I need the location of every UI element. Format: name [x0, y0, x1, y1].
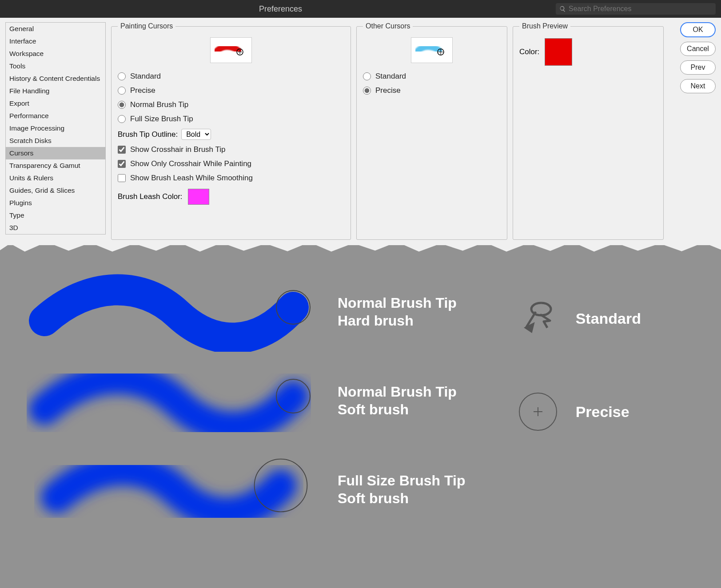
- painting-radio-label: Full Size Brush Tip: [130, 115, 193, 123]
- other-radio-precise[interactable]: [363, 87, 371, 95]
- other-radio-standard[interactable]: [363, 72, 371, 80]
- painting-radio-normal-brush-tip[interactable]: [118, 101, 126, 109]
- other-cursors-group: Other Cursors StandardPrecise: [356, 22, 507, 240]
- preview-color-label: Color:: [519, 48, 539, 56]
- stroke-soft-normal: [27, 361, 311, 441]
- demo-label-1: Normal Brush TipSoft brush: [338, 383, 457, 418]
- other-radio-label: Standard: [375, 72, 406, 81]
- titlebar: Preferences: [0, 0, 721, 18]
- sidebar-item-scratch-disks[interactable]: Scratch Disks: [6, 135, 105, 147]
- sample-standard-label: Standard: [576, 310, 641, 327]
- check-crosshair-label: Show Crosshair in Brush Tip: [130, 145, 225, 154]
- sidebar-item-workspace[interactable]: Workspace: [6, 48, 105, 60]
- painting-radio-full-size-brush-tip[interactable]: [118, 115, 126, 123]
- leash-color-swatch[interactable]: [188, 189, 209, 205]
- painting-thumb: [210, 37, 252, 63]
- sample-precise: Precise: [518, 392, 641, 432]
- search-input[interactable]: [569, 5, 712, 13]
- precise-cursor-icon: [518, 392, 558, 432]
- outline-select[interactable]: Bold: [181, 129, 211, 140]
- painting-radio-standard[interactable]: [118, 72, 126, 80]
- sidebar-item-interface[interactable]: Interface: [6, 35, 105, 48]
- demo-label-0: Normal Brush TipHard brush: [338, 294, 457, 330]
- sidebar-item-history-content-credentials[interactable]: History & Content Credentials: [6, 72, 105, 85]
- sidebar-item-plugins[interactable]: Plugins: [6, 197, 105, 209]
- torn-edge: [0, 245, 721, 258]
- search-icon: [559, 5, 566, 12]
- outline-label: Brush Tip Outline:: [118, 130, 178, 139]
- painting-radio-label: Precise: [130, 86, 155, 95]
- other-legend: Other Cursors: [363, 22, 413, 30]
- prev-button[interactable]: Prev: [680, 60, 716, 75]
- sidebar-item-transparency-gamut[interactable]: Transparency & Gamut: [6, 159, 105, 172]
- sidebar-item-tools[interactable]: Tools: [6, 60, 105, 72]
- painting-radio-label: Normal Brush Tip: [130, 100, 188, 109]
- sidebar-item-file-handling[interactable]: File Handling: [6, 85, 105, 97]
- standard-cursor-icon: [518, 298, 558, 338]
- stroke-soft-full: [27, 449, 311, 529]
- sample-precise-label: Precise: [576, 403, 629, 421]
- sidebar-item-performance[interactable]: Performance: [6, 110, 105, 122]
- window-title: Preferences: [5, 4, 556, 14]
- painting-cursors-group: Painting Cursors StandardPreciseNormal B…: [111, 22, 351, 240]
- other-radio-label: Precise: [375, 86, 401, 95]
- sidebar-item-cursors[interactable]: Cursors: [6, 147, 105, 159]
- preview-color-swatch[interactable]: [545, 38, 572, 66]
- demo-area: Normal Brush TipHard brush Normal Brush …: [0, 258, 721, 574]
- cancel-button[interactable]: Cancel: [680, 42, 716, 56]
- sidebar-item-image-processing[interactable]: Image Processing: [6, 122, 105, 135]
- check-leash-label: Show Brush Leash While Smoothing: [130, 174, 253, 183]
- sidebar-item-units-rulers[interactable]: Units & Rulers: [6, 172, 105, 184]
- sidebar-item-3d[interactable]: 3D: [6, 222, 105, 234]
- preview-legend: Brush Preview: [519, 22, 570, 30]
- check-only-crosshair-label: Show Only Crosshair While Painting: [130, 159, 251, 168]
- sidebar-item-general[interactable]: General: [6, 23, 105, 35]
- sample-standard: Standard: [518, 298, 641, 338]
- sidebar-item-guides-grid-slices[interactable]: Guides, Grid & Slices: [6, 184, 105, 197]
- demo-label-2: Full Size Brush TipSoft brush: [338, 472, 465, 507]
- ok-button[interactable]: OK: [680, 22, 716, 37]
- painting-legend: Painting Cursors: [118, 22, 175, 30]
- brush-preview-group: Brush Preview Color:: [513, 22, 664, 240]
- painting-radio-label: Standard: [130, 72, 161, 81]
- check-leash[interactable]: [118, 174, 126, 182]
- check-only-crosshair[interactable]: [118, 160, 126, 168]
- painting-radio-precise[interactable]: [118, 87, 126, 95]
- other-thumb: [411, 37, 453, 63]
- search-field[interactable]: [556, 3, 716, 15]
- next-button[interactable]: Next: [680, 79, 716, 93]
- sidebar-item-export[interactable]: Export: [6, 97, 105, 110]
- sidebar-item-type[interactable]: Type: [6, 209, 105, 222]
- stroke-hard: [27, 272, 311, 352]
- prefs-sidebar: GeneralInterfaceWorkspaceToolsHistory & …: [5, 22, 106, 234]
- leash-color-label: Brush Leash Color:: [118, 192, 183, 201]
- check-crosshair[interactable]: [118, 146, 126, 154]
- dialog-buttons: OK Cancel Prev Next: [680, 22, 716, 93]
